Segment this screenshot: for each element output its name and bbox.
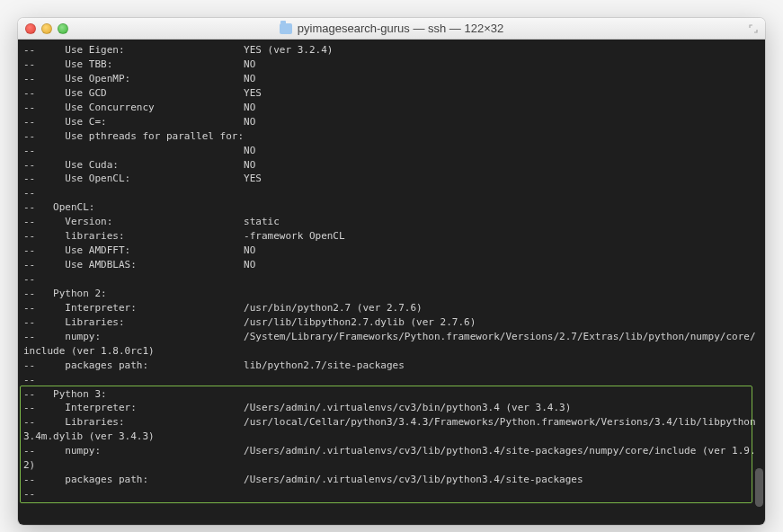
terminal-line: -- (23, 186, 760, 200)
terminal-output: -- Use Eigen: YES (ver 3.2.4)-- Use TBB:… (23, 43, 760, 501)
terminal-line: -- NO (23, 144, 760, 158)
terminal-line: -- packages path: /Users/admin/.virtuale… (23, 473, 760, 487)
terminal-line: -- Use Concurrency NO (23, 101, 760, 115)
window-titlebar[interactable]: pyimagesearch-gurus — ssh — 122×32 (18, 18, 765, 40)
terminal-line: -- Use GCD YES (23, 86, 760, 101)
terminal-line: -- numpy: /Users/admin/.virtualenvs/cv3/… (23, 444, 760, 458)
terminal-line: -- Libraries: /usr/lib/libpython2.7.dyli… (23, 315, 760, 330)
terminal-line: -- Use AMDBLAS: NO (23, 258, 760, 272)
terminal-line: 2) (23, 458, 760, 473)
terminal-line: -- Use C=: NO (23, 115, 760, 129)
terminal-line: -- Use pthreads for parallel for: (23, 129, 760, 144)
terminal-line: -- Interpreter: /Users/admin/.virtualenv… (23, 401, 760, 415)
maximize-icon[interactable] (58, 23, 68, 34)
close-icon[interactable] (25, 23, 36, 34)
scrollbar-track[interactable] (754, 43, 763, 521)
terminal-line: -- Python 3: (23, 387, 760, 402)
terminal-line: -- Use OpenCL: YES (23, 172, 760, 186)
minimize-icon[interactable] (41, 23, 52, 34)
terminal-line: -- Python 2: (23, 287, 760, 301)
terminal-line: -- Interpreter: /usr/bin/python2.7 (ver … (23, 301, 760, 315)
folder-icon (280, 23, 292, 34)
terminal-line: -- OpenCL: (23, 200, 760, 215)
window-title-text: pyimagesearch-gurus — ssh — 122×32 (298, 22, 503, 35)
scrollbar-thumb[interactable] (755, 468, 763, 507)
terminal-line: -- libraries: -framework OpenCL (23, 229, 760, 244)
terminal-line: 3.4m.dylib (ver 3.4.3) (23, 430, 760, 444)
traffic-lights (25, 23, 68, 34)
terminal-line: -- packages path: lib/python2.7/site-pac… (23, 359, 760, 373)
terminal-line: -- numpy: /System/Library/Frameworks/Pyt… (23, 330, 760, 344)
expand-icon[interactable] (749, 24, 758, 33)
terminal-window: pyimagesearch-gurus — ssh — 122×32 -- Us… (18, 18, 765, 525)
terminal-line: include (ver 1.8.0rc1) (23, 344, 760, 359)
terminal-line: -- (23, 272, 760, 287)
terminal-line: -- Version: static (23, 215, 760, 229)
terminal-line: -- Use AMDFFT: NO (23, 244, 760, 258)
terminal-line: -- (23, 487, 760, 501)
terminal-line: -- Libraries: /usr/local/Cellar/python3/… (23, 415, 760, 430)
window-title: pyimagesearch-gurus — ssh — 122×32 (18, 22, 765, 35)
terminal-line: -- Use OpenMP: NO (23, 72, 760, 86)
terminal-line: -- Use Cuda: NO (23, 158, 760, 173)
terminal-line: -- (23, 373, 760, 387)
terminal-line: -- Use Eigen: YES (ver 3.2.4) (23, 43, 760, 58)
terminal-line: -- Use TBB: NO (23, 58, 760, 72)
terminal-body[interactable]: -- Use Eigen: YES (ver 3.2.4)-- Use TBB:… (18, 40, 765, 525)
